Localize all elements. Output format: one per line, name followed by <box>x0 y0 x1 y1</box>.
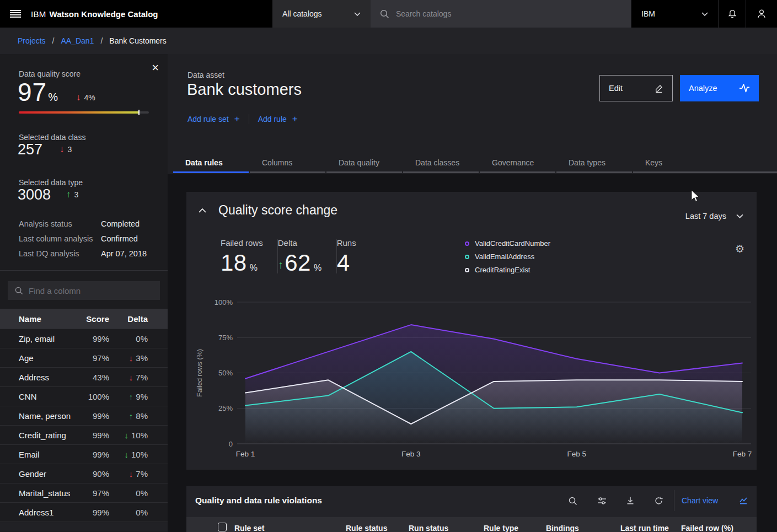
column-score-row[interactable]: Credit_rating99% ↓10% <box>0 425 168 444</box>
catalogs-dropdown[interactable]: All catalogs <box>272 0 371 28</box>
data-type-value: 3008 <box>18 186 51 203</box>
arrow-down-icon: ↓ <box>76 93 81 102</box>
arrow-down-icon: ↓ <box>129 470 133 478</box>
edit-button[interactable]: Edit <box>599 75 673 101</box>
tab-governance[interactable]: Governance <box>480 153 555 173</box>
search-input[interactable] <box>396 9 622 18</box>
column-score-row[interactable]: Address199% 0% <box>0 502 168 522</box>
violations-column-header[interactable]: Rule type <box>484 524 518 532</box>
tab-keys[interactable]: Keys <box>633 153 777 173</box>
meta-label: Analysis status <box>19 219 101 228</box>
account-dropdown[interactable]: IBM <box>631 0 718 28</box>
quality-score-change-card: Quality score change Last 7 days Failed … <box>186 192 757 470</box>
svg-text:75%: 75% <box>218 334 233 342</box>
arrow-up-icon: ↑ <box>129 393 133 401</box>
tab-data-classes[interactable]: Data classes <box>403 153 479 173</box>
legend-item[interactable]: CreditRatingExist <box>465 266 550 274</box>
watson-knowledge-catalog-app: IBM Watson Knowledge Catalog All catalog… <box>0 0 777 532</box>
meta-value: Apr 07, 2018 <box>101 249 157 258</box>
arrow-down-icon: ↓ <box>129 354 133 362</box>
column-score-row[interactable]: Marital_status97% 0% <box>0 483 168 502</box>
asset-actions: Add rule set + Add rule + <box>187 114 298 125</box>
user-icon <box>755 8 768 20</box>
tab-data-quality[interactable]: Data quality <box>326 153 402 173</box>
column-score-row[interactable]: Address43% ↓7% <box>0 367 168 386</box>
download-button[interactable] <box>621 493 639 508</box>
legend-item[interactable]: ValidCreditCardNumber <box>465 239 550 248</box>
breadcrumb: Projects / AA_Dan1 / Bank Customers <box>0 28 777 54</box>
gear-icon[interactable]: ⚙ <box>735 244 744 254</box>
filter-button[interactable] <box>593 493 610 508</box>
tab-data-types[interactable]: Data types <box>556 153 632 173</box>
svg-text:Failed rows (%): Failed rows (%) <box>196 349 203 397</box>
arrow-down-icon: ↓ <box>124 450 128 459</box>
column-score-row[interactable]: Zip, email99% 0% <box>0 329 168 348</box>
page-title: Bank customers <box>187 80 302 99</box>
analyze-button[interactable]: Analyze <box>680 75 759 101</box>
svg-text:0: 0 <box>229 440 233 448</box>
quality-score-delta: ↓ 4% <box>76 93 95 102</box>
data-quality-sidebar: × Data quality score 97% ↓ 4% Selected d… <box>0 54 168 532</box>
chevron-down-icon <box>354 12 361 16</box>
svg-text:50%: 50% <box>218 369 233 377</box>
select-all-checkbox[interactable] <box>218 523 227 531</box>
brand-name: Watson Knowledge Catalog <box>50 9 158 19</box>
column-score-row[interactable]: Gender90% ↓7% <box>0 464 168 483</box>
column-score-row[interactable]: Email99% ↓10% <box>0 444 168 464</box>
column-score-row[interactable]: Name, person99% ↑8% <box>0 406 168 425</box>
add-rule-link[interactable]: Add rule + <box>258 114 298 125</box>
time-range-dropdown[interactable]: Last 7 days <box>685 212 743 221</box>
card-title: Quality score change <box>218 203 337 218</box>
asset-eyebrow: Data asset <box>187 71 224 79</box>
clipped-row <box>0 522 168 531</box>
reset-button[interactable] <box>650 493 667 508</box>
download-icon <box>626 496 635 505</box>
violations-column-header[interactable]: Run status <box>409 524 448 532</box>
find-column-input[interactable] <box>29 286 153 295</box>
top-header-bar: IBM Watson Knowledge Catalog All catalog… <box>0 0 777 28</box>
svg-text:25%: 25% <box>218 404 233 412</box>
breadcrumb-separator: / <box>52 36 55 45</box>
column-score-row[interactable]: Age97% ↓3% <box>0 348 168 367</box>
breadcrumb-projects[interactable]: Projects <box>18 36 46 45</box>
breadcrumb-separator: / <box>100 36 103 45</box>
notifications-button[interactable] <box>718 0 746 28</box>
data-type-label: Selected data type <box>19 178 83 187</box>
tab-data-rules[interactable]: Data rules <box>173 153 249 173</box>
arrow-up-icon: ↑ <box>66 190 71 199</box>
violations-column-header[interactable]: Rule set <box>234 524 264 532</box>
collapse-button[interactable] <box>199 208 206 213</box>
violations-column-header[interactable]: Bindings <box>546 524 579 532</box>
brand-prefix: IBM <box>31 9 46 19</box>
arrow-down-icon: ↓ <box>129 373 133 381</box>
column-score-row[interactable]: CNN100% ↑9% <box>0 386 168 406</box>
svg-text:100%: 100% <box>215 298 233 307</box>
meta-label: Last DQ analysis <box>19 249 101 258</box>
close-icon[interactable]: × <box>152 62 159 74</box>
legend-ring-icon <box>465 255 469 259</box>
arrow-down-icon: ↓ <box>124 431 128 439</box>
breadcrumb-current: Bank Customers <box>109 36 166 45</box>
app-title: IBM Watson Knowledge Catalog <box>31 0 272 28</box>
tab-columns[interactable]: Columns <box>250 153 325 173</box>
divider <box>674 490 674 511</box>
violations-column-header[interactable]: Last run time <box>620 524 669 532</box>
chart-view-toggle[interactable]: Chart view <box>682 492 748 509</box>
violations-column-header[interactable]: Failed row (%) <box>681 524 733 532</box>
search-button[interactable] <box>564 493 581 508</box>
data-type-delta: ↑ 3 <box>66 190 78 199</box>
arrow-down-icon: ↓ <box>60 144 65 154</box>
svg-text:Feb 7: Feb 7 <box>733 450 752 458</box>
svg-text:Feb 1: Feb 1 <box>236 450 255 458</box>
legend-item[interactable]: ValidEmailAddress <box>465 252 550 261</box>
add-rule-set-link[interactable]: Add rule set + <box>187 114 240 125</box>
menu-button[interactable] <box>0 0 31 28</box>
line-chart-icon <box>739 496 748 505</box>
delta-stat: Delta ↑ 62 % <box>278 238 336 276</box>
settings-adjust-icon <box>597 496 607 506</box>
violations-column-header[interactable]: Rule status <box>346 524 387 532</box>
breadcrumb-project[interactable]: AA_Dan1 <box>61 36 94 45</box>
profile-button[interactable] <box>746 0 777 28</box>
reset-icon <box>654 496 663 506</box>
activity-icon <box>739 83 750 94</box>
